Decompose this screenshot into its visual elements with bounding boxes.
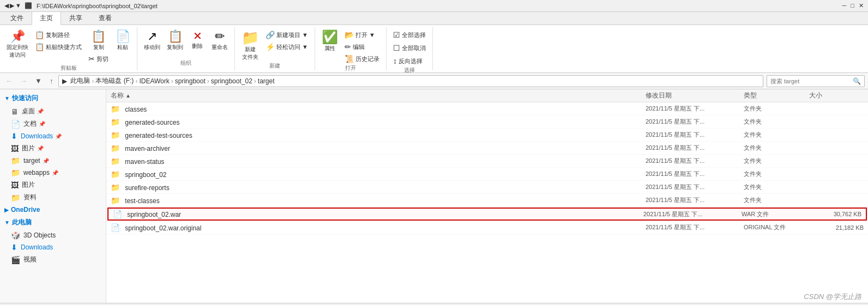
select-all-button[interactable]: ☑ 全部选择 [391, 29, 428, 40]
sidebar-item-desktop[interactable]: 🖥 桌面 📌 [0, 105, 106, 118]
file-name: 📁 classes [111, 105, 646, 113]
table-row[interactable]: 📄 springboot_02.war 2021/11/5 星期五 下... W… [107, 208, 867, 221]
sidebar-section-thispc[interactable]: ▼ 此电脑 [0, 216, 106, 229]
back-button[interactable]: ← [3, 76, 15, 86]
path-springboot[interactable]: springboot [175, 77, 206, 85]
search-input[interactable] [770, 78, 853, 84]
folder-icon: 📁 [111, 157, 120, 166]
easy-access-button[interactable]: ⚡ 轻松访问 ▼ [263, 41, 310, 52]
table-row[interactable]: 📁 maven-status 2021/11/5 星期五 下... 文件夹 [106, 155, 868, 168]
table-row[interactable]: 📁 springboot_02 2021/11/5 星期五 下... 文件夹 [106, 168, 868, 181]
pin-quick-access-button[interactable]: 📌 固定到快速访问 [4, 29, 31, 60]
sidebar-item-downloads[interactable]: ⬇ Downloads 📌 [0, 130, 106, 142]
history-button[interactable]: 📜 历史记录 [342, 53, 382, 64]
sidebar-item-target[interactable]: 📁 target 📌 [0, 155, 106, 167]
file-name-text: springboot_02.war [127, 211, 181, 218]
move-to-button[interactable]: ↗ 移动到 [142, 29, 162, 52]
file-type: 文件夹 [744, 118, 809, 126]
column-name-header[interactable]: 名称 ▲ [111, 91, 646, 100]
path-computer[interactable]: 此电脑 [70, 76, 90, 86]
paste-button[interactable]: 📄 粘贴 [113, 29, 132, 52]
file-name-text: generated-test-sources [125, 132, 192, 139]
main-container: ▼ 快速访问 🖥 桌面 📌 📄 文档 📌 ⬇ Downloads 📌 🖼 图片 … [0, 89, 868, 303]
forward-button[interactable]: → [18, 76, 29, 86]
recent-locations-button[interactable]: ▼ [33, 76, 44, 86]
sidebar-item-video[interactable]: 🎬 视频 [0, 253, 106, 266]
copy-path-button[interactable]: 📋 复制路径 [33, 29, 84, 40]
file-name: 📁 maven-archiver [111, 144, 646, 152]
table-row[interactable]: 📁 generated-test-sources 2021/11/5 星期五 下… [106, 129, 868, 142]
table-row[interactable]: 📁 classes 2021/11/5 星期五 下... 文件夹 [106, 102, 868, 115]
sidebar-item-documents[interactable]: 📄 文档 📌 [0, 118, 106, 130]
tab-home[interactable]: 主页 [32, 11, 61, 25]
target-folder-icon: 📁 [11, 156, 20, 165]
column-size-header[interactable]: 大小 [809, 91, 864, 100]
pin-indicator-dl: 📌 [55, 133, 62, 139]
table-row[interactable]: 📁 test-classes 2021/11/5 星期五 下... 文件夹 [106, 194, 868, 207]
table-row[interactable]: 📁 generated-sources 2021/11/5 星期五 下... 文… [106, 115, 868, 129]
invert-selection-button[interactable]: ↕ 反向选择 [391, 56, 425, 66]
address-path-bar[interactable]: ▶ 此电脑 › 本地磁盘 (F:) › IDEAWork › springboo… [58, 75, 763, 87]
sidebar-item-webapps[interactable]: 📁 webapps 📌 [0, 167, 106, 179]
properties-button[interactable]: ✅ 属性 [320, 29, 340, 53]
file-name: 📁 test-classes [111, 196, 646, 205]
path-target[interactable]: target [258, 77, 275, 85]
onedrive-label: OneDrive [11, 206, 40, 213]
file-type: ORIGINAL 文件 [744, 223, 809, 231]
new-group-label: 新建 [269, 62, 280, 71]
file-size: 30,762 KB [807, 211, 861, 217]
cut-icon: ✂ [88, 54, 95, 63]
thispc-arrow: ▼ [4, 219, 10, 225]
column-type-label: 类型 [744, 91, 757, 99]
tab-view[interactable]: 查看 [91, 11, 120, 25]
copy-to-button[interactable]: 📋 复制到 [165, 29, 185, 52]
rename-button[interactable]: ✏ 重命名 [209, 29, 230, 52]
sidebar-section-onedrive[interactable]: ▶ OneDrive [0, 204, 106, 216]
documents-icon: 📄 [11, 120, 20, 129]
move-to-icon: ↗ [147, 30, 157, 42]
sidebar-section-quick-access[interactable]: ▼ 快速访问 [0, 91, 106, 105]
table-row[interactable]: 📁 maven-archiver 2021/11/5 星期五 下... 文件夹 [106, 142, 868, 155]
path-ideawork[interactable]: IDEAWork [139, 77, 169, 85]
tab-share[interactable]: 共享 [61, 11, 91, 25]
cut-button[interactable]: ✂ 剪切 [86, 53, 111, 64]
path-drive[interactable]: 本地磁盘 (F:) [95, 76, 134, 86]
new-item-button[interactable]: 🔗 新建项目 ▼ [263, 29, 310, 40]
pictures2-icon: 🖼 [11, 181, 19, 190]
sidebar-item-pictures[interactable]: 🖼 图片 📌 [0, 142, 106, 155]
sidebar-item-3dobjects[interactable]: 🎲 3D Objects [0, 229, 106, 241]
path-springboot02[interactable]: springboot_02 [211, 77, 252, 85]
sidebar-item-pictures2[interactable]: 🖼 图片 [0, 179, 106, 191]
file-size: 21,182 KB [809, 224, 864, 231]
up-button[interactable]: ↑ [47, 76, 56, 86]
file-date: 2021/11/5 星期五 下... [646, 196, 744, 204]
sidebar-item-materials[interactable]: 📁 资料 [0, 191, 106, 204]
thispc-label: 此电脑 [12, 218, 32, 227]
invert-selection-icon: ↕ [393, 57, 397, 65]
file-date: 2021/11/5 星期五 下... [646, 170, 744, 178]
tab-file[interactable]: 文件 [2, 11, 32, 25]
search-box[interactable]: 🔍 [767, 75, 865, 87]
column-type-header[interactable]: 类型 [744, 91, 809, 100]
file-date: 2021/11/5 星期五 下... [646, 118, 744, 126]
open-icon: 📂 [345, 30, 354, 39]
sidebar-target-label: target [23, 157, 40, 164]
file-name: 📁 generated-test-sources [111, 131, 646, 139]
folder-icon: 📁 [111, 118, 120, 126]
new-folder-button[interactable]: 📁 新建文件夹 [239, 29, 261, 62]
paste-shortcut-button[interactable]: 📋 粘贴快捷方式 [33, 41, 84, 52]
window-controls[interactable]: ─ □ ✕ [842, 2, 864, 9]
select-none-button[interactable]: ☐ 全部取消 [391, 42, 428, 53]
quick-access-icons[interactable]: ◀ ▶ ▼ ⬛ [4, 2, 32, 9]
column-date-header[interactable]: 修改日期 [646, 91, 744, 100]
table-row[interactable]: 📄 springboot_02.war.original 2021/11/5 星… [106, 221, 868, 234]
open-button[interactable]: 📂 打开 ▼ [342, 29, 382, 40]
folder-icon: 📁 [111, 105, 120, 113]
delete-button[interactable]: ✕ 删除 [188, 29, 207, 51]
ribbon-group-select: ☑ 全部选择 ☐ 全部取消 ↕ 反向选择 选择 [387, 27, 433, 70]
sidebar-item-downloads-pc[interactable]: ⬇ Downloads [0, 241, 106, 253]
file-name-text: surefire-reports [125, 184, 169, 192]
edit-button[interactable]: ✏ 编辑 [342, 41, 382, 52]
table-row[interactable]: 📁 surefire-reports 2021/11/5 星期五 下... 文件… [106, 181, 868, 194]
copy-button[interactable]: 📋 复制 [89, 29, 108, 52]
